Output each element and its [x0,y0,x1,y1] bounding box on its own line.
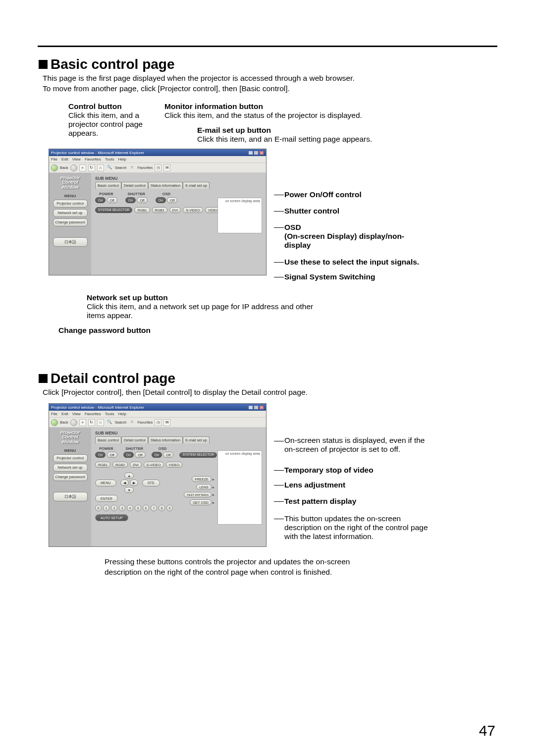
power-on-button[interactable]: On [95,452,106,458]
input-dvi[interactable]: DVI [169,207,181,213]
home-icon[interactable]: ⌂ [97,164,104,171]
arrow-down-icon[interactable]: ▼ [124,487,134,493]
tab-status-information[interactable]: Status information [148,436,183,443]
menu-favorites[interactable]: Favorites [85,157,101,162]
power-on-button[interactable]: On [95,197,106,203]
tab-detail-control[interactable]: Detail control [121,182,148,189]
search-icon[interactable]: 🔍 [106,164,113,171]
favorites-label[interactable]: Favorites [137,165,153,170]
input-svideo[interactable]: S-VIDEO [144,462,164,468]
osd-off-button[interactable]: Off [167,197,177,203]
mail-icon[interactable]: ✉ [163,419,170,426]
sidebar-projector-control[interactable]: Projector control [53,200,88,208]
input-svideo[interactable]: S-VIDEO [183,207,203,213]
stop-icon[interactable]: × [79,419,86,426]
menu-help[interactable]: Help [118,157,126,162]
arrow-right-icon[interactable]: ▶ [130,480,138,486]
test-pattern-button[interactable]: TEST PATTERN [184,492,212,497]
search-icon[interactable]: 🔍 [106,419,113,426]
system-selector-button[interactable]: SYSTEM SELECTOR [179,452,216,458]
favorites-icon[interactable]: ☆ [128,164,135,171]
menu-favorites[interactable]: Favorites [85,412,101,416]
minimize-icon[interactable]: _ [248,151,253,155]
menu-view[interactable]: View [72,157,81,162]
input-rgb2[interactable]: RGB2 [152,207,167,213]
lens-button[interactable]: LENS [196,484,211,490]
input-video[interactable]: VIDEO [166,462,183,468]
favorites-label[interactable]: Favorites [137,420,153,425]
refresh-icon[interactable]: ↻ [88,419,95,426]
num-0[interactable]: 0 [95,505,102,511]
shutter-on-button[interactable]: On [123,452,134,458]
language-button[interactable]: 日本語 [53,237,88,247]
power-off-button[interactable]: Off [107,197,117,203]
tab-email-setup[interactable]: E-mail set up [183,436,210,443]
menu-file[interactable]: File [51,412,57,416]
tab-detail-control[interactable]: Detail control [121,436,148,443]
num-3[interactable]: 3 [119,505,125,511]
shutter-on-button[interactable]: On [125,197,136,203]
back-label[interactable]: Back [60,420,68,425]
num-4[interactable]: 4 [127,505,133,511]
sidebar-change-password[interactable]: Change password [53,218,88,226]
enter-button[interactable]: ENTER [95,495,118,502]
close-icon[interactable]: × [259,151,264,155]
mail-icon[interactable]: ✉ [163,164,170,171]
forward-icon[interactable] [70,164,77,171]
std-button[interactable]: STD [142,480,160,486]
menu-file[interactable]: File [51,157,57,162]
back-icon[interactable] [51,164,58,171]
num-2[interactable]: 2 [111,505,117,511]
menu-view[interactable]: View [72,412,81,416]
menu-button[interactable]: MENU [95,480,116,486]
close-icon[interactable]: × [259,405,264,410]
osd-off-button[interactable]: Off [163,452,173,458]
history-icon[interactable]: ◷ [155,419,161,426]
num-6[interactable]: 6 [143,505,149,511]
menu-tools[interactable]: Tools [105,412,114,416]
search-label[interactable]: Search [115,420,127,425]
refresh-icon[interactable]: ↻ [88,164,95,171]
input-rgb1[interactable]: RGB1 [134,207,150,213]
osd-on-button[interactable]: On [156,197,166,203]
back-label[interactable]: Back [60,165,68,170]
sidebar-network-setup[interactable]: Network set up [53,464,88,472]
osd-on-button[interactable]: On [152,452,162,458]
input-rgb2[interactable]: RGB2 [112,462,128,468]
tab-basic-control[interactable]: Basic control [95,182,121,189]
search-label[interactable]: Search [115,165,127,170]
language-button[interactable]: 日本語 [53,492,88,501]
num-1[interactable]: 1 [103,505,109,511]
tab-email-setup[interactable]: E-mail set up [183,182,210,189]
menu-edit[interactable]: Edit [61,412,68,416]
history-icon[interactable]: ◷ [155,164,161,171]
sidebar-network-setup[interactable]: Network set up [53,209,88,217]
menu-tools[interactable]: Tools [105,157,114,162]
sidebar-change-password[interactable]: Change password [53,473,88,481]
forward-icon[interactable] [70,419,77,426]
favorites-icon[interactable]: ☆ [128,419,135,426]
stop-icon[interactable]: × [79,164,86,171]
maximize-icon[interactable]: □ [254,151,259,155]
home-icon[interactable]: ⌂ [97,419,104,426]
auto-setup-button[interactable]: AUTO SETUP [95,514,128,521]
power-off-button[interactable]: Off [107,452,117,458]
input-rgb1[interactable]: RGB1 [95,462,110,468]
num-5[interactable]: 5 [135,505,141,511]
input-dvi[interactable]: DVI [130,462,142,468]
menu-help[interactable]: Help [118,412,126,416]
num-9[interactable]: 9 [166,505,173,511]
freeze-button[interactable]: FREEZE [192,476,212,482]
tab-basic-control[interactable]: Basic control [95,436,121,443]
num-7[interactable]: 7 [151,505,157,511]
menu-edit[interactable]: Edit [61,157,68,162]
arrow-up-icon[interactable]: ▲ [124,473,134,479]
get-osd-button[interactable]: GET OSD [190,499,211,505]
shutter-off-button[interactable]: Off [137,197,147,203]
arrow-left-icon[interactable]: ◀ [120,480,129,486]
minimize-icon[interactable]: _ [248,405,253,410]
num-8[interactable]: 8 [159,505,165,511]
tab-status-information[interactable]: Status information [148,182,183,189]
maximize-icon[interactable]: □ [254,405,259,410]
system-selector-button[interactable]: SYSTEM SELECTOR [95,207,132,213]
